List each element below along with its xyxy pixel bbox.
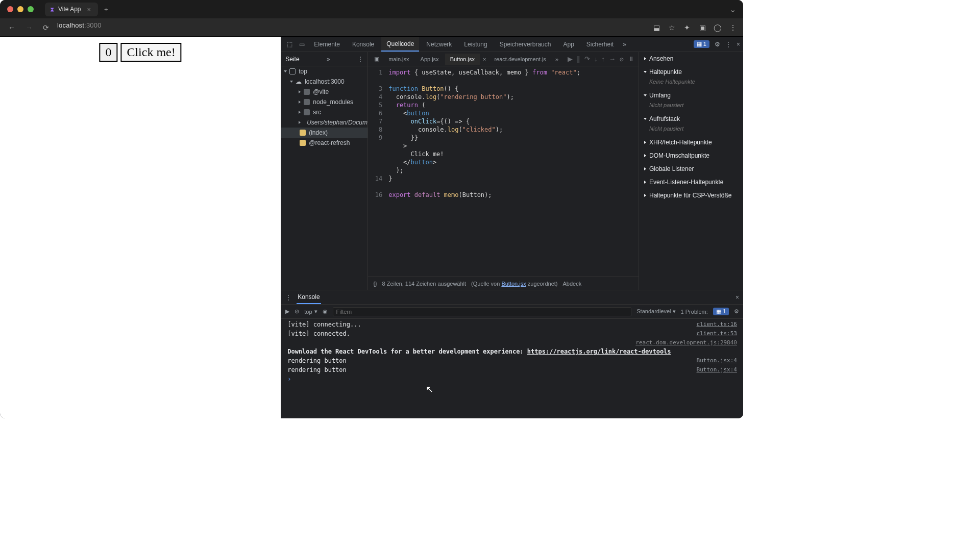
editor-tab-close-button[interactable]: × [481,56,488,62]
debug-deactivate-button[interactable]: ⌀ [620,55,624,63]
vite-icon: ⧗ [50,6,54,13]
dbg-xhr[interactable]: XHR/fetch-Haltepunkte [639,136,743,149]
tree-file-index[interactable]: (index) [281,128,368,138]
forward-button[interactable]: → [23,23,35,32]
debugger-sidebar: Ansehen Haltepunkte Keine Haltepunkte Um… [639,52,743,290]
dbg-haltepunkte[interactable]: Haltepunkte [639,65,743,79]
tab-netzwerk[interactable]: Netzwerk [421,38,457,51]
nav-overflow-button[interactable]: » [327,56,330,63]
main-area: 0 Click me! ⬚ ▭ Elemente Konsole Quellco… [0,37,743,418]
devtools-close-button[interactable]: × [737,41,740,48]
console-problems-badge[interactable]: ▦ 1 [713,308,729,315]
editor-sidebar-toggle[interactable]: ▣ [371,56,382,62]
inspect-element-icon[interactable]: ⬚ [284,41,295,48]
tab-speicherverbrauch[interactable]: Speicherverbrauch [495,38,556,51]
browser-window: ⧗ Vite App × + ⌄ ← → ⟳ localhost:3000 ⬓ … [0,0,743,418]
tab-konsole[interactable]: Konsole [347,38,379,51]
dbg-ansehen[interactable]: Ansehen [639,52,743,65]
drawer-tab-konsole[interactable]: Konsole [297,291,321,304]
dbg-dom[interactable]: DOM-Umschaltpunkte [639,149,743,162]
extensions-icon[interactable]: ✦ [683,23,691,32]
maximize-window-button[interactable] [28,6,34,12]
browser-tab[interactable]: ⧗ Vite App × [45,3,98,16]
minimize-window-button[interactable] [17,6,23,12]
traffic-lights [7,6,34,12]
tree-top[interactable]: top [281,66,368,77]
editor-tab-button[interactable]: Button.jsx [445,54,480,65]
drawer-menu-button[interactable]: ⋮ [285,294,291,301]
dbg-csp[interactable]: Haltepunkte für CSP-Verstöße [639,189,743,202]
tree-folder-users[interactable]: Users/stephan/Docum… [281,117,368,128]
console-level-select[interactable]: Standardlevel ▾ [636,308,675,315]
url-port: :3000 [84,21,102,29]
close-tab-button[interactable]: × [85,6,93,13]
back-button[interactable]: ← [6,23,17,32]
console-drawer: ⋮ Konsole × ▶ ⊘ top ▾ ◉ Standardlevel ▾ … [281,290,743,418]
kebab-menu-icon[interactable]: ⋮ [729,23,737,32]
device-toggle-icon[interactable]: ▭ [297,41,307,48]
url-host: localhost [57,21,84,29]
console-context-select[interactable]: top ▾ [304,308,317,315]
status-coverage: Abdeck [562,281,581,287]
code-editor[interactable]: 1 3456789 14 16 import { useState, useCa… [368,66,639,277]
debug-run-button[interactable]: ▶ [568,55,573,63]
dbg-aufrufstack[interactable]: Aufrufstack [639,112,743,126]
click-me-button[interactable]: Click me! [120,43,181,62]
editor-tab-app[interactable]: App.jsx [415,54,444,65]
titlebar: ⧗ Vite App × + ⌄ [0,0,743,18]
devtools-settings-button[interactable]: ⚙ [715,41,720,48]
address-bar[interactable]: localhost:3000 [57,21,272,34]
issues-badge[interactable]: ▦ 1 [694,40,709,48]
console-output[interactable]: [vite] connecting...client.ts:16[vite] c… [281,319,743,418]
console-settings-button[interactable]: ⚙ [734,308,739,315]
editor-tabs-overflow[interactable]: » [552,56,561,62]
debug-pause-exceptions-button[interactable]: ⏸ [628,55,634,63]
dbg-evl[interactable]: Event-Listener-Haltepunkte [639,176,743,189]
debug-step-button[interactable]: → [609,55,616,63]
tab-sicherheit[interactable]: Sicherheit [581,38,619,51]
close-window-button[interactable] [7,6,13,12]
debug-pause-button[interactable]: ‖ [577,55,580,63]
debug-step-into-button[interactable]: ↓ [594,55,598,63]
devtools-menu-button[interactable]: ⋮ [725,41,731,48]
nav-menu-button[interactable]: ⋮ [357,56,363,63]
tree-folder-node-modules[interactable]: node_modules [281,97,368,107]
tab-title: Vite App [58,6,81,13]
console-filter-input[interactable] [333,307,632,316]
console-live-button[interactable]: ◉ [323,308,328,315]
tree-folder-vite[interactable]: @vite [281,87,368,97]
tree-file-react-refresh[interactable]: @react-refresh [281,138,368,148]
dbg-aufrufstack-note: Nicht pausiert [639,126,743,136]
reload-button[interactable]: ⟳ [41,23,51,32]
tab-leistung[interactable]: Leistung [459,38,492,51]
tree-host[interactable]: ☁localhost:3000 [281,77,368,87]
cloud-icon: ☁ [296,78,302,85]
dbg-umfang-note: Nicht pausiert [639,102,743,112]
install-app-icon[interactable]: ⬓ [652,23,660,32]
tab-elemente[interactable]: Elemente [309,38,345,51]
console-sidebar-toggle[interactable]: ▶ [285,308,289,315]
tabs-overflow-button[interactable]: » [623,41,626,48]
nav-tab-seite[interactable]: Seite [285,56,299,63]
tab-app[interactable]: App [558,38,579,51]
tree-folder-src[interactable]: src [281,107,368,117]
debug-step-over-button[interactable]: ↷ [584,55,590,63]
debug-step-out-button[interactable]: ↑ [602,55,605,63]
tab-overflow-button[interactable]: ⌄ [729,5,736,14]
page-viewport: 0 Click me! [0,37,281,418]
pretty-print-icon[interactable]: {} [373,281,377,287]
profile-icon[interactable]: ◯ [714,23,722,32]
editor-tab-react[interactable]: react.development.js [489,54,551,65]
new-tab-button[interactable]: + [102,6,110,13]
side-panel-icon[interactable]: ▣ [698,23,706,32]
editor-tab-main[interactable]: main.jsx [383,54,414,65]
tab-quellcode[interactable]: Quellcode [381,37,419,52]
bookmark-star-icon[interactable]: ☆ [668,23,676,32]
console-clear-button[interactable]: ⊘ [295,308,299,315]
drawer-close-button[interactable]: × [736,294,739,301]
dbg-globale[interactable]: Globale Listener [639,162,743,176]
sources-navigator: Seite » ⋮ top ☁localhost:3000 @vite node… [281,52,368,290]
dbg-umfang[interactable]: Umfang [639,89,743,102]
counter-display: 0 [99,43,117,62]
source-editor: ▣ main.jsx App.jsx Button.jsx × react.de… [368,52,639,290]
